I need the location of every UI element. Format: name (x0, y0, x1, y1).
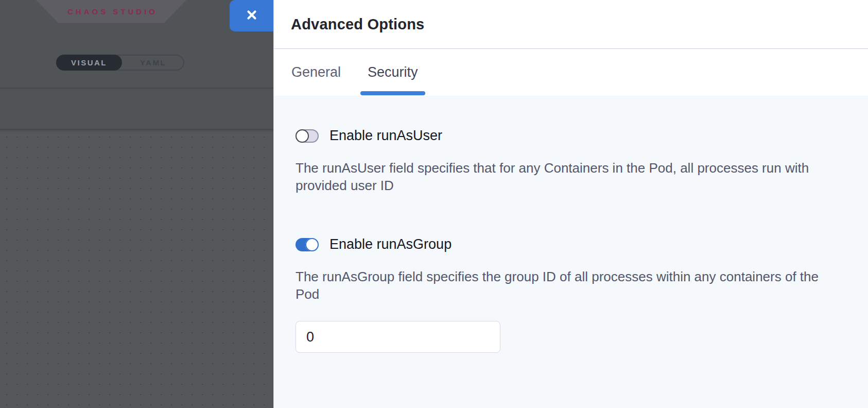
dimmed-canvas-overlay: CHAOS STUDIO VISUAL YAML (0, 0, 273, 408)
tab-security-label: Security (368, 64, 418, 80)
drawer-header: Advanced Options (274, 0, 868, 49)
brand-title: CHAOS STUDIO (65, 7, 158, 16)
canvas-header-divider (0, 88, 273, 89)
yaml-view-button[interactable]: YAML (122, 55, 184, 71)
close-drawer-button[interactable] (230, 0, 273, 31)
run-as-group-toggle[interactable] (296, 238, 319, 251)
run-as-user-description: The runAsUser field specifies that for a… (296, 159, 837, 194)
group-id-input[interactable] (296, 321, 500, 353)
security-tab-content: Enable runAsUser The runAsUser field spe… (274, 96, 868, 408)
tab-security[interactable]: Security (368, 49, 418, 95)
run-as-group-description: The runAsGroup field specifies the group… (296, 268, 837, 303)
drawer-title: Advanced Options (291, 16, 424, 33)
workflow-dot-grid-canvas (0, 129, 273, 408)
visual-view-button[interactable]: VISUAL (56, 55, 122, 71)
run-as-group-label: Enable runAsGroup (329, 236, 452, 252)
run-as-group-row: Enable runAsGroup (296, 236, 837, 252)
run-as-user-label: Enable runAsUser (329, 128, 442, 144)
drawer-tab-bar: General Security (274, 49, 868, 95)
advanced-options-drawer: Advanced Options General Security Enable… (273, 0, 868, 408)
active-tab-underline (360, 91, 425, 95)
run-as-user-toggle[interactable] (296, 129, 319, 143)
toggle-knob (305, 238, 319, 251)
chaos-studio-banner: CHAOS STUDIO (36, 0, 186, 23)
visual-yaml-toggle[interactable]: VISUAL YAML (56, 55, 184, 71)
toggle-knob (296, 129, 309, 143)
chaos-studio-screen: CHAOS STUDIO VISUAL YAML Advanced Option… (0, 0, 868, 408)
tab-general[interactable]: General (291, 49, 341, 95)
tab-general-label: General (291, 64, 341, 80)
run-as-user-row: Enable runAsUser (296, 128, 837, 144)
close-icon (246, 9, 258, 23)
